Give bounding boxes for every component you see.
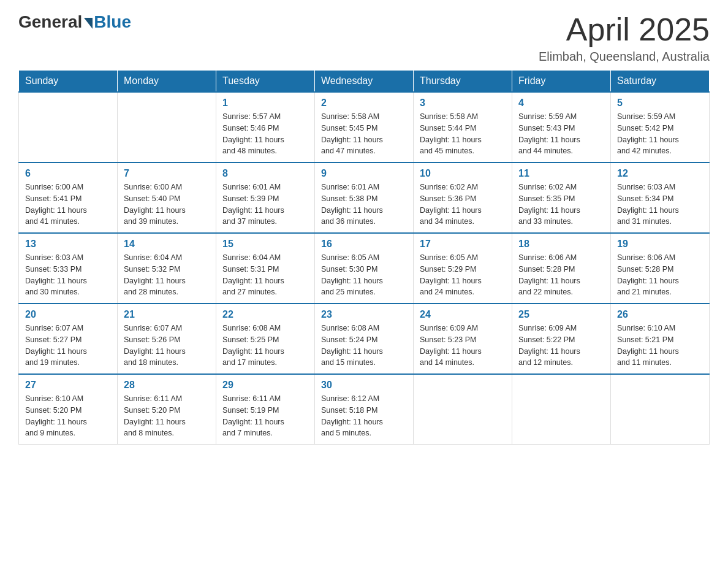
calendar-cell: 18Sunrise: 6:06 AMSunset: 5:28 PMDayligh…	[512, 233, 611, 304]
day-number: 5	[617, 98, 703, 109]
calendar-cell: 12Sunrise: 6:03 AMSunset: 5:34 PMDayligh…	[611, 163, 710, 233]
day-info: Sunrise: 6:02 AMSunset: 5:36 PMDaylight:…	[420, 182, 506, 228]
day-number: 25	[518, 309, 604, 320]
calendar-cell: 20Sunrise: 6:07 AMSunset: 5:27 PMDayligh…	[19, 304, 118, 374]
day-info: Sunrise: 6:01 AMSunset: 5:38 PMDaylight:…	[321, 182, 407, 228]
calendar-cell: 6Sunrise: 6:00 AMSunset: 5:41 PMDaylight…	[19, 163, 118, 233]
calendar-week-1: 1Sunrise: 5:57 AMSunset: 5:46 PMDaylight…	[19, 92, 710, 163]
calendar-cell: 29Sunrise: 6:11 AMSunset: 5:19 PMDayligh…	[216, 374, 315, 445]
day-number: 11	[518, 168, 604, 179]
day-info: Sunrise: 6:06 AMSunset: 5:28 PMDaylight:…	[617, 252, 703, 298]
calendar-cell: 13Sunrise: 6:03 AMSunset: 5:33 PMDayligh…	[19, 233, 118, 304]
day-number: 10	[420, 168, 506, 179]
calendar-week-5: 27Sunrise: 6:10 AMSunset: 5:20 PMDayligh…	[19, 374, 710, 445]
day-info: Sunrise: 6:10 AMSunset: 5:21 PMDaylight:…	[617, 323, 703, 369]
calendar-week-4: 20Sunrise: 6:07 AMSunset: 5:27 PMDayligh…	[19, 304, 710, 374]
day-number: 9	[321, 168, 407, 179]
day-info: Sunrise: 6:07 AMSunset: 5:26 PMDaylight:…	[124, 323, 210, 369]
day-number: 23	[321, 309, 407, 320]
day-info: Sunrise: 6:05 AMSunset: 5:29 PMDaylight:…	[420, 252, 506, 298]
day-info: Sunrise: 6:05 AMSunset: 5:30 PMDaylight:…	[321, 252, 407, 298]
day-info: Sunrise: 6:00 AMSunset: 5:40 PMDaylight:…	[124, 182, 210, 228]
col-header-sunday: Sunday	[19, 71, 118, 93]
day-number: 1	[222, 98, 308, 109]
day-number: 13	[25, 239, 111, 250]
calendar-week-3: 13Sunrise: 6:03 AMSunset: 5:33 PMDayligh…	[19, 233, 710, 304]
calendar-cell: 17Sunrise: 6:05 AMSunset: 5:29 PMDayligh…	[414, 233, 512, 304]
month-title: April 2025	[539, 12, 710, 47]
calendar-cell: 3Sunrise: 5:58 AMSunset: 5:44 PMDaylight…	[414, 92, 512, 163]
col-header-wednesday: Wednesday	[315, 71, 414, 93]
calendar-cell: 5Sunrise: 5:59 AMSunset: 5:42 PMDaylight…	[611, 92, 710, 163]
title-section: April 2025 Elimbah, Queensland, Australi…	[539, 12, 710, 64]
day-info: Sunrise: 5:59 AMSunset: 5:43 PMDaylight:…	[518, 111, 604, 157]
day-info: Sunrise: 6:11 AMSunset: 5:19 PMDaylight:…	[222, 393, 308, 439]
col-header-saturday: Saturday	[611, 71, 710, 93]
calendar-header-row: SundayMondayTuesdayWednesdayThursdayFrid…	[19, 71, 710, 93]
calendar-cell: 9Sunrise: 6:01 AMSunset: 5:38 PMDaylight…	[315, 163, 414, 233]
day-info: Sunrise: 6:08 AMSunset: 5:25 PMDaylight:…	[222, 323, 308, 369]
day-number: 4	[518, 98, 604, 109]
calendar-cell: 11Sunrise: 6:02 AMSunset: 5:35 PMDayligh…	[512, 163, 611, 233]
calendar-cell: 21Sunrise: 6:07 AMSunset: 5:26 PMDayligh…	[118, 304, 216, 374]
calendar-cell: 10Sunrise: 6:02 AMSunset: 5:36 PMDayligh…	[414, 163, 512, 233]
day-info: Sunrise: 6:01 AMSunset: 5:39 PMDaylight:…	[222, 182, 308, 228]
calendar-cell: 27Sunrise: 6:10 AMSunset: 5:20 PMDayligh…	[19, 374, 118, 445]
calendar-cell	[611, 374, 710, 445]
day-info: Sunrise: 6:02 AMSunset: 5:35 PMDaylight:…	[518, 182, 604, 228]
col-header-monday: Monday	[118, 71, 216, 93]
day-info: Sunrise: 6:09 AMSunset: 5:22 PMDaylight:…	[518, 323, 604, 369]
calendar-cell: 4Sunrise: 5:59 AMSunset: 5:43 PMDaylight…	[512, 92, 611, 163]
day-info: Sunrise: 6:03 AMSunset: 5:33 PMDaylight:…	[25, 252, 111, 298]
day-number: 27	[25, 380, 111, 391]
day-number: 28	[124, 380, 210, 391]
logo: General Blue	[18, 12, 131, 32]
day-number: 3	[420, 98, 506, 109]
page-header: General Blue April 2025 Elimbah, Queensl…	[18, 12, 710, 64]
calendar-cell: 2Sunrise: 5:58 AMSunset: 5:45 PMDaylight…	[315, 92, 414, 163]
day-number: 2	[321, 98, 407, 109]
day-info: Sunrise: 6:04 AMSunset: 5:32 PMDaylight:…	[124, 252, 210, 298]
day-number: 29	[222, 380, 308, 391]
day-info: Sunrise: 5:59 AMSunset: 5:42 PMDaylight:…	[617, 111, 703, 157]
calendar-cell	[118, 92, 216, 163]
calendar-cell: 30Sunrise: 6:12 AMSunset: 5:18 PMDayligh…	[315, 374, 414, 445]
logo-arrow-icon	[84, 18, 93, 29]
day-number: 6	[25, 168, 111, 179]
day-info: Sunrise: 6:11 AMSunset: 5:20 PMDaylight:…	[124, 393, 210, 439]
logo-blue-text: Blue	[94, 12, 131, 32]
day-info: Sunrise: 6:12 AMSunset: 5:18 PMDaylight:…	[321, 393, 407, 439]
day-number: 8	[222, 168, 308, 179]
calendar-cell: 1Sunrise: 5:57 AMSunset: 5:46 PMDaylight…	[216, 92, 315, 163]
calendar-cell: 22Sunrise: 6:08 AMSunset: 5:25 PMDayligh…	[216, 304, 315, 374]
day-number: 20	[25, 309, 111, 320]
day-info: Sunrise: 6:08 AMSunset: 5:24 PMDaylight:…	[321, 323, 407, 369]
day-info: Sunrise: 6:09 AMSunset: 5:23 PMDaylight:…	[420, 323, 506, 369]
day-info: Sunrise: 5:58 AMSunset: 5:45 PMDaylight:…	[321, 111, 407, 157]
day-info: Sunrise: 6:04 AMSunset: 5:31 PMDaylight:…	[222, 252, 308, 298]
calendar-cell: 23Sunrise: 6:08 AMSunset: 5:24 PMDayligh…	[315, 304, 414, 374]
day-number: 22	[222, 309, 308, 320]
calendar-week-2: 6Sunrise: 6:00 AMSunset: 5:41 PMDaylight…	[19, 163, 710, 233]
day-number: 18	[518, 239, 604, 250]
calendar-cell: 14Sunrise: 6:04 AMSunset: 5:32 PMDayligh…	[118, 233, 216, 304]
calendar-cell: 7Sunrise: 6:00 AMSunset: 5:40 PMDaylight…	[118, 163, 216, 233]
calendar-cell: 26Sunrise: 6:10 AMSunset: 5:21 PMDayligh…	[611, 304, 710, 374]
calendar-cell: 16Sunrise: 6:05 AMSunset: 5:30 PMDayligh…	[315, 233, 414, 304]
day-number: 15	[222, 239, 308, 250]
day-number: 7	[124, 168, 210, 179]
day-info: Sunrise: 6:03 AMSunset: 5:34 PMDaylight:…	[617, 182, 703, 228]
day-number: 21	[124, 309, 210, 320]
calendar-cell: 24Sunrise: 6:09 AMSunset: 5:23 PMDayligh…	[414, 304, 512, 374]
location-text: Elimbah, Queensland, Australia	[539, 50, 710, 64]
calendar-cell: 25Sunrise: 6:09 AMSunset: 5:22 PMDayligh…	[512, 304, 611, 374]
day-info: Sunrise: 6:00 AMSunset: 5:41 PMDaylight:…	[25, 182, 111, 228]
day-info: Sunrise: 5:57 AMSunset: 5:46 PMDaylight:…	[222, 111, 308, 157]
calendar-cell	[512, 374, 611, 445]
logo-general-text: General	[18, 12, 82, 32]
day-info: Sunrise: 6:07 AMSunset: 5:27 PMDaylight:…	[25, 323, 111, 369]
calendar-cell: 8Sunrise: 6:01 AMSunset: 5:39 PMDaylight…	[216, 163, 315, 233]
day-number: 30	[321, 380, 407, 391]
day-number: 26	[617, 309, 703, 320]
day-number: 24	[420, 309, 506, 320]
